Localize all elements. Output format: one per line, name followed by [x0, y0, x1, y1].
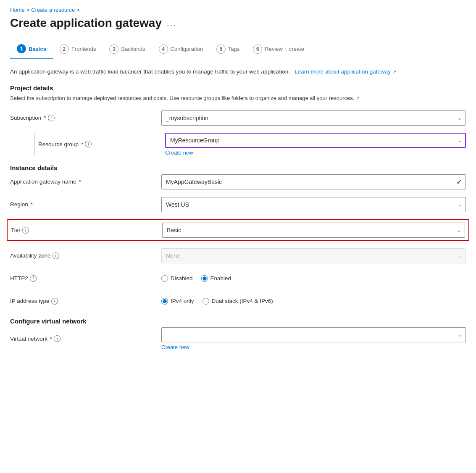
step-backends[interactable]: 3 Backends: [103, 40, 152, 59]
ip-address-type-radio-group: IPv4 only Dual stack (IPv4 & IPv6): [161, 298, 466, 305]
http2-label: HTTP2 i: [10, 275, 161, 282]
description-box: An application gateway is a web traffic …: [10, 68, 466, 76]
learn-more-link[interactable]: Learn more about application gateway ↗: [293, 68, 396, 75]
http2-info-icon[interactable]: i: [30, 275, 37, 282]
gateway-name-control: ✓: [161, 174, 466, 189]
step-frontends[interactable]: 2 Frontends: [53, 40, 103, 59]
vnet-info-icon[interactable]: i: [54, 335, 60, 342]
external-link-icon: ↗: [392, 69, 396, 74]
availability-zone-label: Availability zone i: [10, 252, 161, 259]
availability-zone-dropdown-wrapper: None ⌄: [161, 248, 466, 263]
breadcrumb-sep1: >: [26, 7, 30, 13]
ipv4-only-option[interactable]: IPv4 only: [161, 298, 194, 305]
region-required: *: [31, 201, 33, 208]
step-frontends-number: 2: [60, 45, 69, 54]
gateway-name-label: Application gateway name *: [10, 179, 161, 185]
breadcrumb-home[interactable]: Home: [10, 7, 25, 13]
vnet-dropdown-wrapper: ⌄: [161, 327, 466, 342]
step-basics-label: Basics: [29, 46, 46, 52]
region-control: West US ⌄: [161, 197, 466, 212]
resource-group-row: Resource group * i MyResourceGroup ⌄ Cre…: [38, 133, 466, 156]
http2-disabled-radio[interactable]: [161, 275, 168, 282]
breadcrumb-create-resource[interactable]: Create a resource: [31, 7, 75, 13]
region-row: Region * West US ⌄: [10, 197, 466, 213]
step-basics-number: 1: [17, 44, 26, 53]
availability-zone-dropdown[interactable]: None: [161, 248, 466, 263]
availability-zone-info-icon[interactable]: i: [53, 252, 59, 259]
breadcrumb-sep2: >: [76, 7, 80, 13]
ipv4-only-radio[interactable]: [161, 298, 168, 305]
dual-stack-radio[interactable]: [202, 298, 209, 305]
region-label: Region *: [10, 201, 161, 208]
tier-control: Basic ⌄: [162, 223, 465, 238]
step-configuration-label: Configuration: [171, 46, 203, 52]
ip-address-type-control: IPv4 only Dual stack (IPv4 & IPv6): [161, 298, 466, 305]
project-details-header: Project details: [10, 84, 466, 92]
http2-radio-group: Disabled Enabled: [161, 275, 466, 282]
vnet-section-header: Configure virtual network: [10, 318, 466, 325]
subscription-dropdown-wrapper: _mysubscription ⌄: [161, 110, 466, 126]
vnet-dropdown[interactable]: [161, 327, 466, 342]
resource-group-dropdown-wrapper: MyResourceGroup ⌄: [165, 133, 466, 148]
vnet-row: Virtual network * i ⌄ Create new: [10, 327, 466, 350]
step-tags-label: Tags: [228, 46, 239, 52]
step-review-number: 6: [253, 45, 262, 54]
instance-details-header: Instance details: [10, 164, 466, 171]
description-text: An application gateway is a web traffic …: [10, 68, 290, 75]
ipv4-only-label: IPv4 only: [171, 298, 194, 304]
subscription-info-icon[interactable]: i: [48, 115, 55, 121]
vnet-label: Virtual network * i: [10, 335, 161, 342]
gateway-name-wrapper: ✓: [161, 174, 466, 189]
vnet-control: ⌄ Create new: [161, 327, 466, 350]
subscription-dropdown[interactable]: _mysubscription: [161, 110, 466, 126]
vnet-create-new-link[interactable]: Create new: [161, 344, 189, 350]
project-details-desc: Select the subscription to manage deploy…: [10, 94, 466, 102]
availability-zone-row: Availability zone i None ⌄: [10, 248, 466, 264]
resource-group-label: Resource group * i: [38, 141, 165, 147]
tier-info-icon[interactable]: i: [22, 227, 29, 234]
ip-address-type-info-icon[interactable]: i: [51, 298, 58, 305]
http2-disabled-label: Disabled: [171, 275, 193, 281]
gateway-name-row: Application gateway name * ✓: [10, 174, 466, 190]
wizard-steps: 1 Basics 2 Frontends 3 Backends 4 Config…: [10, 40, 466, 59]
http2-enabled-radio[interactable]: [201, 275, 208, 282]
resource-group-create-new-link[interactable]: Create new: [165, 150, 193, 156]
step-review-label: Review + create: [265, 46, 304, 52]
subscription-required: *: [44, 115, 46, 121]
step-backends-number: 3: [109, 45, 118, 54]
step-frontends-label: Frontends: [71, 46, 96, 52]
region-dropdown[interactable]: West US: [161, 197, 466, 212]
step-basics[interactable]: 1 Basics: [10, 40, 53, 59]
ip-address-type-label: IP address type i: [10, 298, 161, 305]
resource-group-dropdown[interactable]: MyResourceGroup: [165, 133, 466, 148]
breadcrumb: Home > Create a resource >: [10, 7, 466, 13]
subscription-label: Subscription * i: [10, 115, 161, 121]
http2-control: Disabled Enabled: [161, 275, 466, 282]
step-tags-number: 5: [216, 45, 226, 54]
step-review-create[interactable]: 6 Review + create: [246, 40, 311, 59]
resource-group-info-icon[interactable]: i: [85, 141, 92, 147]
subscription-control: _mysubscription ⌄: [161, 110, 466, 126]
gateway-name-input[interactable]: [161, 174, 466, 189]
project-details-external-icon: ↗: [356, 96, 360, 101]
http2-enabled-option[interactable]: Enabled: [201, 275, 231, 282]
resource-group-control: MyResourceGroup ⌄ Create new: [165, 133, 466, 156]
tier-label: Tier i: [11, 227, 162, 234]
region-dropdown-wrapper: West US ⌄: [161, 197, 466, 212]
availability-zone-control: None ⌄: [161, 248, 466, 263]
ellipsis-menu-button[interactable]: ...: [167, 18, 176, 28]
dual-stack-option[interactable]: Dual stack (IPv4 & IPv6): [202, 298, 273, 305]
step-backends-label: Backends: [121, 46, 145, 52]
step-configuration[interactable]: 4 Configuration: [152, 40, 210, 59]
step-tags[interactable]: 5 Tags: [210, 40, 246, 59]
ip-address-type-row: IP address type i IPv4 only Dual stack (…: [10, 293, 466, 309]
http2-enabled-label: Enabled: [210, 275, 231, 281]
tier-dropdown-wrapper: Basic ⌄: [162, 223, 465, 238]
tier-dropdown[interactable]: Basic: [162, 223, 465, 238]
http2-row: HTTP2 i Disabled Enabled: [10, 271, 466, 286]
resource-group-required: *: [81, 141, 83, 147]
dual-stack-label: Dual stack (IPv4 & IPv6): [212, 298, 273, 304]
http2-disabled-option[interactable]: Disabled: [161, 275, 193, 282]
page-title: Create application gateway: [10, 16, 162, 30]
step-configuration-number: 4: [159, 45, 168, 54]
